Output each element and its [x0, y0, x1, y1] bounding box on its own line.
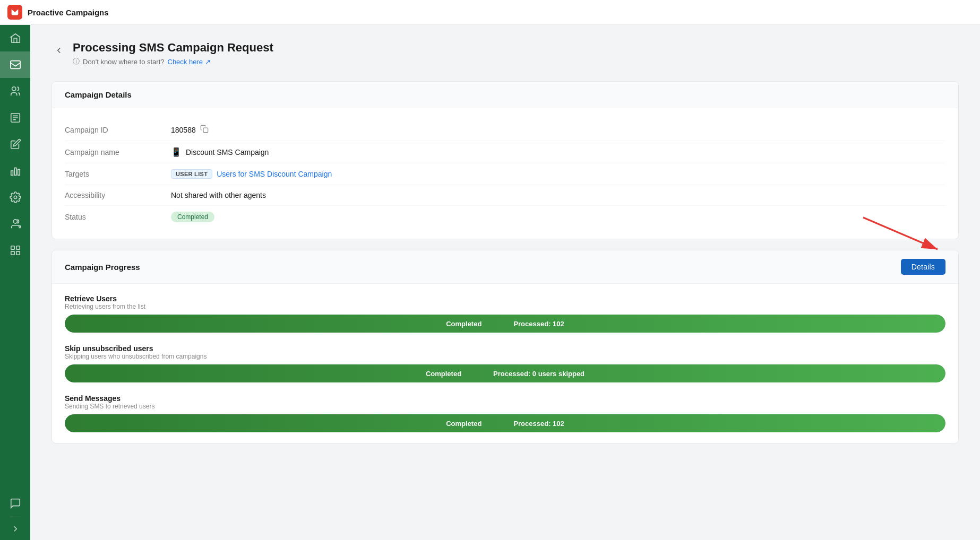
topbar-title: Proactive Campaigns — [28, 8, 109, 17]
svg-rect-11 — [16, 251, 19, 255]
detail-row-targets: Targets USER LIST Users for SMS Discount… — [65, 163, 945, 185]
info-icon: ⓘ — [73, 57, 80, 66]
progress-bar-send-messages: Completed Processed: 102 — [65, 414, 945, 432]
svg-point-6 — [14, 196, 17, 199]
detail-row-status: Status Completed — [65, 206, 945, 228]
progress-bar-skip-users: Completed Processed: 0 users skipped — [65, 364, 945, 382]
page-title-block: Processing SMS Campaign Request ⓘ Don't … — [73, 41, 273, 66]
sidebar-expand-button[interactable] — [10, 517, 21, 540]
page-header: Processing SMS Campaign Request ⓘ Don't … — [51, 41, 959, 66]
step-subtitle-retrieve-users: Retrieving users from the list — [65, 303, 945, 310]
page-title: Processing SMS Campaign Request — [73, 41, 273, 55]
sidebar-item-reports[interactable] — [0, 104, 30, 131]
target-link[interactable]: Users for SMS Discount Campaign — [217, 170, 332, 178]
label-campaign-id: Campaign ID — [65, 126, 171, 134]
sidebar-item-analytics[interactable] — [0, 158, 30, 184]
sidebar-bottom — [10, 490, 21, 540]
step-title-send-messages: Send Messages — [65, 394, 945, 403]
svg-point-7 — [13, 220, 17, 223]
topbar: Proactive Campaigns — [0, 0, 980, 25]
sidebar-item-chat[interactable] — [10, 490, 21, 517]
step-title-retrieve-users: Retrieve Users — [65, 294, 945, 303]
svg-rect-4 — [14, 168, 16, 176]
label-status: Status — [65, 213, 171, 221]
subtitle-text: Don't know where to start? — [83, 58, 165, 66]
campaign-details-body: Campaign ID 180588 Campaign name 📱 Disco… — [52, 108, 958, 239]
progress-step-retrieve-users: Retrieve Users Retrieving users from the… — [65, 294, 945, 333]
label-targets: Targets — [65, 170, 171, 178]
progress-bar-retrieve-users: Completed Processed: 102 — [65, 315, 945, 333]
step-title-skip-users: Skip unsubscribed users — [65, 344, 945, 353]
campaign-details-header: Campaign Details — [52, 82, 958, 108]
campaign-progress-body: Retrieve Users Retrieving users from the… — [52, 284, 958, 443]
label-campaign-name: Campaign name — [65, 148, 171, 156]
progress-processed-skip-users: Processed: 0 users skipped — [493, 370, 584, 378]
sidebar-item-campaigns[interactable] — [0, 51, 30, 78]
detail-row-campaign-name: Campaign name 📱 Discount SMS Campaign — [65, 141, 945, 163]
svg-rect-3 — [11, 171, 13, 175]
campaign-progress-header: Campaign Progress — [65, 263, 140, 272]
step-subtitle-send-messages: Sending SMS to retrieved users — [65, 403, 945, 410]
app-logo — [7, 5, 22, 20]
value-accessibility: Not shared with other agents — [171, 191, 266, 199]
back-button[interactable] — [51, 43, 66, 58]
sms-icon: 📱 — [171, 147, 182, 157]
progress-fill-skip-users: Completed Processed: 0 users skipped — [65, 364, 945, 382]
copy-campaign-id-button[interactable] — [200, 125, 209, 135]
external-link-icon: ↗ — [205, 58, 211, 66]
campaign-name-value: Discount SMS Campaign — [186, 148, 269, 156]
progress-status-retrieve-users: Completed — [446, 320, 482, 328]
progress-step-send-messages: Send Messages Sending SMS to retrieved u… — [65, 394, 945, 432]
campaign-id-value: 180588 — [171, 126, 196, 134]
svg-rect-5 — [18, 169, 20, 175]
campaign-progress-card: Campaign Progress Details Retrieve Users… — [51, 250, 959, 443]
step-subtitle-skip-users: Skipping users who unsubscribed from cam… — [65, 353, 945, 360]
check-here-link[interactable]: Check here ↗ — [168, 58, 211, 66]
main-content: Processing SMS Campaign Request ⓘ Don't … — [30, 25, 980, 540]
value-campaign-id: 180588 — [171, 125, 209, 135]
svg-rect-10 — [11, 251, 14, 255]
svg-point-1 — [12, 87, 15, 91]
sidebar-item-team[interactable] — [0, 211, 30, 237]
progress-text-send-messages: Completed Processed: 102 — [65, 414, 945, 432]
campaign-progress-header-row: Campaign Progress Details — [52, 250, 958, 284]
detail-row-campaign-id: Campaign ID 180588 — [65, 119, 945, 141]
svg-rect-8 — [11, 246, 14, 249]
progress-fill-retrieve-users: Completed Processed: 102 — [65, 315, 945, 333]
sidebar-item-contacts[interactable] — [0, 78, 30, 104]
svg-rect-9 — [16, 246, 19, 249]
sidebar-item-home[interactable] — [0, 25, 30, 51]
page-subtitle: ⓘ Don't know where to start? Check here … — [73, 57, 273, 66]
progress-status-send-messages: Completed — [446, 420, 482, 428]
progress-fill-send-messages: Completed Processed: 102 — [65, 414, 945, 432]
svg-rect-12 — [203, 128, 208, 133]
sidebar-item-apps[interactable] — [0, 237, 30, 264]
progress-text-skip-users: Completed Processed: 0 users skipped — [65, 364, 945, 382]
value-status: Completed — [171, 212, 214, 222]
progress-step-skip-users: Skip unsubscribed users Skipping users w… — [65, 344, 945, 382]
progress-text-retrieve-users: Completed Processed: 102 — [65, 315, 945, 333]
sidebar — [0, 0, 30, 540]
details-button[interactable]: Details — [901, 259, 945, 275]
detail-row-accessibility: Accessibility Not shared with other agen… — [65, 185, 945, 206]
progress-processed-send-messages: Processed: 102 — [513, 420, 564, 428]
progress-processed-retrieve-users: Processed: 102 — [513, 320, 564, 328]
user-list-badge: USER LIST — [171, 169, 212, 179]
value-campaign-name: 📱 Discount SMS Campaign — [171, 147, 269, 157]
campaign-details-card: Campaign Details Campaign ID 180588 Camp… — [51, 81, 959, 239]
sidebar-item-compose[interactable] — [0, 131, 30, 158]
value-targets: USER LIST Users for SMS Discount Campaig… — [171, 169, 332, 179]
svg-rect-0 — [10, 61, 20, 69]
label-accessibility: Accessibility — [65, 191, 171, 199]
sidebar-item-settings[interactable] — [0, 184, 30, 211]
progress-status-skip-users: Completed — [426, 370, 461, 378]
status-badge: Completed — [171, 212, 214, 222]
